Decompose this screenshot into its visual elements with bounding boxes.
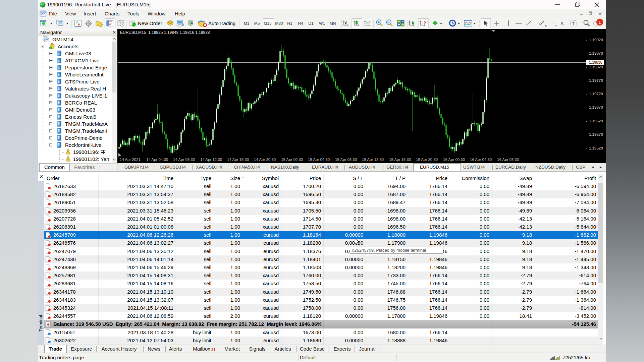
svg-text:M5: M5 — [254, 21, 260, 26]
svg-text:H4: H4 — [298, 21, 303, 26]
svg-text:E: E — [545, 24, 547, 27]
svg-text:M1: M1 — [244, 21, 250, 26]
svg-text:+: + — [378, 20, 380, 24]
svg-text:New Order: New Order — [138, 20, 162, 26]
svg-text:1: 1 — [598, 20, 601, 25]
svg-text:H1: H1 — [287, 21, 292, 26]
svg-text:M15: M15 — [264, 21, 272, 26]
svg-text:T: T — [572, 21, 575, 26]
svg-text:-: - — [388, 20, 389, 24]
svg-text:A: A — [560, 21, 564, 26]
svg-text:AutoTrading: AutoTrading — [208, 20, 235, 26]
svg-text:MN: MN — [330, 21, 336, 26]
svg-text:M30: M30 — [275, 21, 283, 26]
svg-text:F: F — [555, 24, 557, 27]
svg-text:D1: D1 — [308, 21, 314, 26]
svg-text:W1: W1 — [319, 21, 325, 26]
